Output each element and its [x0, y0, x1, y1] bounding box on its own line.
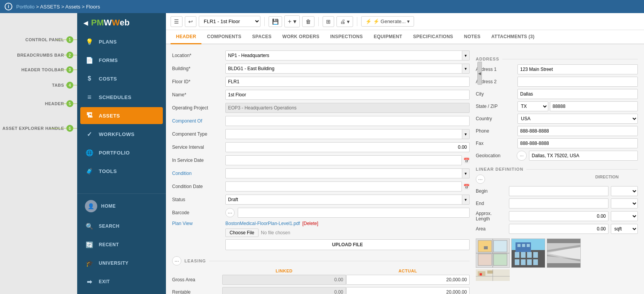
- sidebar-item-exit[interactable]: ➡ EXIT: [77, 272, 166, 291]
- rentable-linked[interactable]: [222, 287, 346, 294]
- print-btn[interactable]: 🖨 ▾: [336, 16, 353, 27]
- portfolio-link[interactable]: Portfolio: [16, 4, 35, 10]
- save-btn[interactable]: 💾: [269, 16, 282, 27]
- end-input[interactable]: [509, 198, 609, 208]
- city-input[interactable]: [517, 89, 638, 99]
- sidebar-item-forms[interactable]: 📄 FORMS: [77, 51, 166, 69]
- plan-view-link[interactable]: Plan View: [172, 221, 193, 226]
- sidebar-item-home[interactable]: 👤 HOME: [77, 195, 166, 217]
- tab-inspections[interactable]: INSPECTIONS: [325, 30, 368, 44]
- plan-view-file-link[interactable]: BostonMedical-FloorPlan-Level1.pdf: [225, 221, 300, 226]
- sidebar-item-university[interactable]: 🎓 UNIVERSITY: [77, 254, 166, 272]
- tab-notes[interactable]: NOTES: [458, 30, 486, 44]
- in-service-date-calendar-icon[interactable]: 📅: [463, 158, 470, 163]
- building-select-btn[interactable]: ▾: [462, 64, 470, 74]
- condition-select-btn[interactable]: ▾: [462, 168, 470, 178]
- generate-chevron-icon: ▾: [407, 18, 410, 24]
- sidebar-item-search[interactable]: 🔍 SEARCH: [77, 217, 166, 235]
- condition-input[interactable]: [225, 168, 462, 178]
- fax-input[interactable]: [517, 138, 638, 148]
- geolocation-dots-btn[interactable]: ···: [517, 151, 527, 161]
- approx-length-input[interactable]: [509, 211, 609, 221]
- list-view-btn[interactable]: ☰: [171, 16, 183, 27]
- sidebar-collapse-btn[interactable]: ◀: [83, 19, 88, 27]
- component-of-link[interactable]: Component Of: [172, 118, 202, 124]
- barcode-dots-btn[interactable]: ···: [225, 208, 235, 217]
- sidebar-item-assets[interactable]: 🏗 ASSETS: [80, 107, 163, 124]
- barcode-input[interactable]: [238, 208, 470, 218]
- sidebar-item-costs[interactable]: $ COSTS: [77, 69, 166, 88]
- delete-btn[interactable]: 🗑: [302, 16, 314, 27]
- add-btn[interactable]: + ▾: [284, 15, 300, 27]
- status-select-btn[interactable]: ▾: [462, 195, 470, 205]
- tab-spaces[interactable]: SPACES: [247, 30, 277, 44]
- location-input[interactable]: [225, 50, 462, 60]
- floor-id-input[interactable]: [225, 77, 470, 87]
- undo-btn[interactable]: ↩: [185, 16, 196, 27]
- name-input[interactable]: [225, 90, 470, 100]
- begin-row: Begin: [476, 186, 638, 196]
- upload-file-btn[interactable]: UPLOAD FILE: [225, 239, 470, 250]
- file-upload-row: Choose File No file chosen: [225, 228, 470, 237]
- address-section-line: [502, 59, 638, 59]
- building-input[interactable]: [225, 64, 462, 74]
- asset-explorer-handle[interactable]: ◀: [477, 62, 482, 85]
- begin-input[interactable]: [509, 186, 609, 196]
- component-type-input[interactable]: [225, 129, 462, 139]
- floorplan-thumbnail[interactable]: [476, 239, 510, 268]
- state-select[interactable]: TX: [517, 101, 548, 111]
- in-service-date-input[interactable]: [225, 155, 462, 165]
- location-select-btn[interactable]: ▾: [462, 50, 470, 60]
- component-type-group: ▾: [225, 129, 470, 139]
- tab-equipment[interactable]: EQUIPMENT: [368, 30, 407, 44]
- sidebar-item-recent[interactable]: 🔄 RECENT: [77, 235, 166, 254]
- plan-view-delete-btn[interactable]: [Delete]: [302, 221, 318, 226]
- hallway-thumbnail[interactable]: [547, 239, 581, 268]
- geolocation-input[interactable]: [529, 151, 638, 161]
- area-input[interactable]: [509, 224, 609, 234]
- image-thumbnails: [476, 239, 638, 268]
- operating-project-input[interactable]: [225, 103, 470, 113]
- sidebar-item-plans[interactable]: 💡 PLANS: [77, 32, 166, 51]
- actual-header: ACTUAL: [346, 269, 470, 273]
- floor-selector[interactable]: FLR1 - 1st Floor: [199, 16, 260, 27]
- sidebar-item-schedules[interactable]: ≡ SCHEDULES: [77, 88, 166, 106]
- address1-input[interactable]: [517, 64, 638, 74]
- gross-area-actual[interactable]: [346, 275, 470, 285]
- area-unit-select[interactable]: sqft: [611, 224, 638, 234]
- tab-header[interactable]: HEADER: [171, 30, 201, 44]
- zip-input[interactable]: [550, 101, 638, 111]
- status-input[interactable]: [225, 195, 462, 205]
- condition-link[interactable]: Condition: [172, 171, 192, 176]
- country-select[interactable]: USA: [517, 114, 638, 124]
- linear-dots-btn[interactable]: ···: [476, 175, 485, 184]
- gross-area-linked[interactable]: [222, 275, 346, 285]
- leasing-dots-btn[interactable]: ···: [172, 256, 181, 265]
- begin-dir-select[interactable]: [611, 186, 638, 196]
- map-btn[interactable]: ⊞: [323, 16, 334, 27]
- building-thumbnail[interactable]: [511, 239, 545, 268]
- component-of-input[interactable]: [225, 116, 470, 126]
- component-type-select-btn[interactable]: ▾: [462, 129, 470, 139]
- service-interval-input[interactable]: [225, 142, 470, 152]
- rentable-actual[interactable]: [346, 287, 470, 294]
- choose-file-btn[interactable]: Choose File: [225, 228, 259, 237]
- svg-rect-18: [527, 252, 532, 258]
- condition-date-input[interactable]: [225, 181, 462, 192]
- end-dir-select[interactable]: [611, 198, 638, 208]
- map-thumbnail[interactable]: [476, 269, 638, 282]
- tab-components[interactable]: COMPONENTS: [201, 30, 247, 44]
- generate-btn[interactable]: ⚡ ⚡ Generate... ▾: [361, 16, 414, 27]
- sidebar-item-portfolio[interactable]: 🌐 PORTFOLIO: [77, 143, 166, 162]
- phone-input[interactable]: [517, 126, 638, 136]
- tab-attachments[interactable]: ATTACHMENTS (3): [486, 30, 540, 44]
- svg-rect-26: [522, 244, 525, 247]
- sidebar-item-workflows[interactable]: ✓ WORKFLOWS: [77, 125, 166, 143]
- tab-specifications[interactable]: SPECIFICATIONS: [407, 30, 458, 44]
- sidebar-item-tools[interactable]: 🧳 TOOLS: [77, 162, 166, 180]
- sidebar-bottom: 👤 HOME 🔍 SEARCH 🔄 RECENT 🎓 UNIVERSITY ➡ …: [77, 189, 166, 294]
- tab-work-orders[interactable]: WORK ORDERS: [277, 30, 325, 44]
- approx-length-unit-select[interactable]: [611, 211, 638, 221]
- address2-input[interactable]: [517, 77, 638, 87]
- condition-date-calendar-icon[interactable]: 📅: [463, 184, 470, 190]
